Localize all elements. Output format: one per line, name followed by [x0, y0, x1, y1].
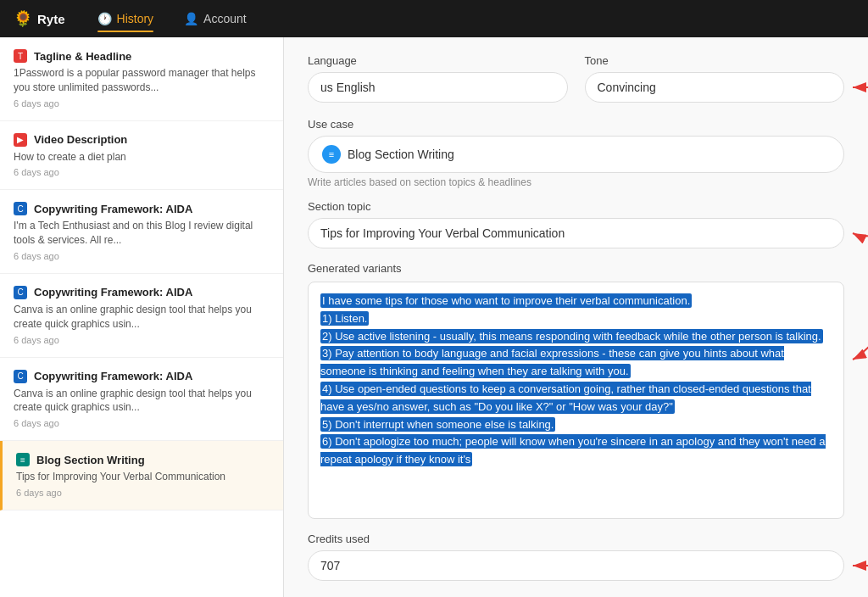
section-topic-input[interactable] — [308, 218, 844, 248]
sidebar-item-copy1[interactable]: C Copywriting Framework: AIDA I'm a Tech… — [0, 190, 283, 274]
use-case-icon: ≡ — [322, 145, 341, 164]
generated-label: Generated variants — [308, 262, 844, 275]
blog-title: Blog Section Writing — [36, 454, 145, 466]
copy3-time: 6 days ago — [14, 418, 270, 428]
use-case-label: Use case — [308, 118, 844, 131]
brand-logo[interactable]: 🌻 Ryte — [14, 9, 65, 28]
video-time: 6 days ago — [14, 167, 270, 177]
copy3-title: Copywriting Framework: AIDA — [34, 370, 192, 382]
generated-box[interactable]: I have some tips for those who want to i… — [308, 282, 844, 519]
tone-label: Tone — [585, 54, 845, 67]
output-arrow-svg: Output — [844, 313, 868, 381]
credits-input[interactable] — [308, 550, 844, 581]
sidebar-item-copy3[interactable]: C Copywriting Framework: AIDA Canva is a… — [0, 358, 283, 442]
language-group: Language — [308, 54, 568, 103]
nav-account[interactable]: 👤 Account — [172, 7, 259, 31]
sidebar-item-tagline[interactable]: T Tagline & Headline 1Password is a popu… — [0, 37, 283, 121]
use-case-value: Blog Section Writing — [348, 148, 454, 161]
account-icon: 👤 — [184, 12, 198, 25]
generated-text-line7: 6) Don't apologize too much; people will… — [320, 434, 826, 466]
copy1-time: 6 days ago — [14, 251, 270, 261]
tagline-icon: T — [14, 49, 27, 63]
tone-arrow-svg — [844, 75, 868, 100]
blog-time: 6 days ago — [16, 488, 270, 498]
use-case-row: Use case ≡ Blog Section Writing — [308, 118, 844, 173]
blog-icon: ≡ — [16, 453, 30, 466]
nav-account-label: Account — [203, 12, 247, 25]
copy1-title: Copywriting Framework: AIDA — [34, 203, 192, 215]
language-tone-row: Language Tone — [308, 54, 844, 103]
generated-text-line2: 1) Listen. — [320, 311, 369, 326]
sidebar-item-blog[interactable]: ≡ Blog Section Writing Tips for Improvin… — [0, 441, 283, 511]
language-label: Language — [308, 54, 568, 67]
generated-text-line4: 3) Pay attention to body language and fa… — [320, 346, 784, 378]
tone-input[interactable] — [585, 72, 845, 103]
nav-history-label: History — [117, 12, 154, 25]
brand-name: Ryte — [37, 12, 65, 26]
credits-arrow-svg — [844, 553, 868, 578]
sidebar-item-copy2[interactable]: C Copywriting Framework: AIDA Canva is a… — [0, 274, 283, 358]
section-topic-group: Section topic Input — [308, 200, 844, 248]
input-arrow-svg: Input — [844, 208, 868, 259]
content-panel: Language Tone — [284, 37, 868, 597]
generated-text-line1: I have some tips for those who want to i… — [320, 293, 692, 308]
video-title: Video Description — [34, 133, 127, 146]
sidebar: T Tagline & Headline 1Password is a popu… — [0, 37, 284, 597]
copy2-icon: C — [14, 286, 27, 299]
copy1-icon: C — [14, 202, 27, 215]
video-icon: ▶ — [14, 133, 27, 147]
credits-label: Credits used — [308, 533, 844, 545]
history-icon: 🕐 — [97, 12, 112, 25]
tone-group: Tone — [585, 54, 845, 103]
video-excerpt: How to create a diet plan — [14, 150, 270, 165]
copy3-icon: C — [14, 370, 27, 383]
nav-history[interactable]: 🕐 History — [86, 7, 166, 31]
navbar: 🌻 Ryte 🕐 History 👤 Account — [0, 0, 868, 37]
tagline-time: 6 days ago — [14, 98, 270, 109]
generated-text-line6: 5) Don't interrupt when someone else is … — [320, 417, 555, 432]
generated-text-line3: 2) Use active listening - usually, this … — [320, 329, 823, 343]
copy1-excerpt: I'm a Tech Enthusiast and on this Blog I… — [14, 219, 270, 248]
copy2-excerpt: Canva is an online graphic design tool t… — [14, 303, 270, 332]
use-case-hint: Write articles based on section topics &… — [308, 176, 844, 188]
tagline-title: Tagline & Headline — [34, 50, 131, 63]
main-layout: T Tagline & Headline 1Password is a popu… — [0, 37, 868, 597]
credits-group: Credits used — [308, 533, 844, 581]
copy2-title: Copywriting Framework: AIDA — [34, 286, 192, 298]
language-input[interactable] — [308, 72, 568, 103]
blog-excerpt: Tips for Improving Your Verbal Communica… — [16, 470, 270, 484]
sidebar-item-video[interactable]: ▶ Video Description How to create a diet… — [0, 121, 283, 191]
copy2-time: 6 days ago — [14, 335, 270, 345]
section-topic-label: Section topic — [308, 200, 844, 213]
copy3-excerpt: Canva is an online graphic design tool t… — [14, 387, 270, 416]
use-case-button[interactable]: ≡ Blog Section Writing — [308, 136, 844, 173]
generated-variants-group: Generated variants I have some tips for … — [308, 262, 844, 519]
brand-icon: 🌻 — [14, 9, 32, 28]
tagline-excerpt: 1Password is a popular password manager … — [14, 66, 270, 95]
generated-text-line5: 4) Use open-ended questions to keep a co… — [320, 382, 811, 414]
